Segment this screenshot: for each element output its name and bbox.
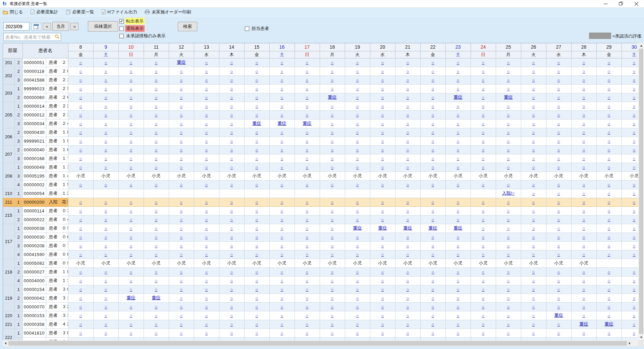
evaluation-link[interactable]: ○: [331, 60, 334, 65]
evaluation-link[interactable]: ○: [507, 331, 510, 336]
evaluation-link[interactable]: ○: [457, 243, 460, 248]
evaluation-link[interactable]: ○: [155, 269, 158, 275]
evaluation-link[interactable]: ○: [205, 252, 208, 257]
evaluation-link[interactable]: ○: [532, 86, 535, 91]
evaluation-link[interactable]: ○: [130, 269, 132, 275]
evaluation-link[interactable]: ○: [608, 156, 610, 161]
evaluation-link[interactable]: ○: [583, 60, 585, 65]
evaluation-link[interactable]: ○: [381, 235, 384, 240]
evaluation-link[interactable]: ○: [583, 200, 585, 205]
evaluation-link[interactable]: ○: [230, 104, 233, 109]
evaluation-link[interactable]: ○: [583, 69, 585, 74]
evaluation-link[interactable]: 重症: [504, 95, 513, 100]
evaluation-link[interactable]: ○: [230, 278, 233, 283]
evaluation-link[interactable]: ○: [306, 182, 309, 187]
evaluation-link[interactable]: ○: [457, 322, 460, 327]
evaluation-link[interactable]: ○: [356, 121, 359, 126]
evaluation-link[interactable]: ○: [457, 121, 460, 126]
evaluation-link[interactable]: ○: [256, 182, 258, 187]
evaluation-link[interactable]: ○: [256, 104, 258, 109]
evaluation-link[interactable]: ○: [608, 139, 610, 144]
evaluation-link[interactable]: ○: [79, 156, 82, 161]
evaluation-link[interactable]: ○: [557, 217, 560, 222]
evaluation-link[interactable]: ○: [281, 235, 283, 240]
evaluation-link[interactable]: ○: [155, 226, 158, 231]
evaluation-link[interactable]: ○: [381, 69, 384, 74]
evaluation-link[interactable]: ○: [557, 147, 560, 152]
evaluation-link[interactable]: ○: [105, 112, 107, 117]
evaluation-link[interactable]: ○: [130, 78, 132, 83]
evaluation-link[interactable]: ○: [205, 69, 208, 74]
evaluation-link[interactable]: ○: [407, 156, 409, 161]
evaluation-link[interactable]: ○: [557, 322, 560, 327]
evaluation-link[interactable]: ○: [633, 331, 636, 336]
evaluation-link[interactable]: ○: [205, 139, 208, 144]
evaluation-link[interactable]: ○: [155, 235, 158, 240]
evaluation-link[interactable]: ○: [79, 304, 82, 309]
toolbar-item-3[interactable]: 必要度一覧: [66, 9, 94, 15]
evaluation-link[interactable]: ○: [507, 104, 510, 109]
evaluation-link[interactable]: ○: [230, 252, 233, 257]
evaluation-link[interactable]: ○: [281, 269, 283, 275]
evaluation-link[interactable]: ○: [633, 69, 636, 74]
evaluation-link[interactable]: ○: [155, 182, 158, 187]
evaluation-link[interactable]: ○: [155, 322, 158, 327]
evaluation-link[interactable]: ○: [79, 252, 82, 257]
evaluation-link[interactable]: ○: [155, 243, 158, 248]
checkbox-box[interactable]: ✓: [119, 19, 124, 23]
evaluation-link[interactable]: ○: [432, 313, 434, 318]
evaluation-link[interactable]: ○: [532, 208, 535, 213]
evaluation-link[interactable]: ○: [457, 252, 460, 257]
evaluation-link[interactable]: ○: [407, 200, 409, 205]
evaluation-link[interactable]: ○: [331, 121, 334, 126]
evaluation-link[interactable]: ○: [407, 69, 409, 74]
month-input[interactable]: [3, 22, 30, 31]
evaluation-link[interactable]: ○: [306, 95, 309, 100]
evaluation-link[interactable]: ○: [105, 69, 107, 74]
evaluation-link[interactable]: ○: [256, 112, 258, 117]
evaluation-link[interactable]: ○: [205, 296, 208, 301]
evaluation-link[interactable]: ○: [407, 269, 409, 275]
evaluation-link[interactable]: ○: [381, 322, 384, 327]
evaluation-link[interactable]: ○: [105, 182, 107, 187]
evaluation-link[interactable]: ○: [457, 278, 460, 283]
evaluation-link[interactable]: 重症: [353, 226, 362, 231]
filter-checkbox-3[interactable]: 未承認情報のみ表示: [119, 33, 167, 39]
evaluation-link[interactable]: ○: [130, 243, 132, 248]
evaluation-link[interactable]: ○: [306, 296, 309, 301]
evaluation-link[interactable]: ○: [432, 331, 434, 336]
evaluation-link[interactable]: ○: [205, 182, 208, 187]
evaluation-link[interactable]: ○: [331, 130, 334, 135]
evaluation-link[interactable]: ○: [633, 208, 636, 213]
evaluation-link[interactable]: ○: [532, 331, 535, 336]
evaluation-link[interactable]: ○: [608, 191, 610, 196]
evaluation-link[interactable]: ○: [79, 235, 82, 240]
evaluation-link[interactable]: ○: [507, 147, 510, 152]
evaluation-link[interactable]: ○: [79, 86, 82, 91]
evaluation-link[interactable]: ○: [507, 165, 510, 170]
evaluation-link[interactable]: ○: [256, 226, 258, 231]
evaluation-link[interactable]: ○: [532, 304, 535, 309]
evaluation-link[interactable]: ○: [532, 104, 535, 109]
evaluation-link[interactable]: ○: [180, 296, 183, 301]
evaluation-link[interactable]: ○: [482, 252, 485, 257]
evaluation-link[interactable]: ○: [205, 147, 208, 152]
evaluation-link[interactable]: ○: [306, 165, 309, 170]
evaluation-link[interactable]: ○: [457, 269, 460, 275]
evaluation-link[interactable]: ○: [356, 235, 359, 240]
evaluation-link[interactable]: ○: [105, 217, 107, 222]
evaluation-link[interactable]: ○: [79, 95, 82, 100]
evaluation-link[interactable]: ○: [130, 156, 132, 161]
evaluation-link[interactable]: ○: [633, 165, 636, 170]
evaluation-link[interactable]: ○: [155, 331, 158, 336]
evaluation-link[interactable]: ○: [482, 86, 485, 91]
evaluation-link[interactable]: ○: [532, 313, 535, 318]
evaluation-link[interactable]: ○: [608, 147, 610, 152]
evaluation-link[interactable]: ○: [79, 296, 82, 301]
evaluation-link[interactable]: ○: [130, 104, 132, 109]
evaluation-link[interactable]: ○: [155, 95, 158, 100]
evaluation-link[interactable]: ○: [256, 156, 258, 161]
evaluation-link[interactable]: ○: [532, 78, 535, 83]
evaluation-link[interactable]: ○: [105, 269, 107, 275]
evaluation-link[interactable]: ○: [130, 331, 132, 336]
